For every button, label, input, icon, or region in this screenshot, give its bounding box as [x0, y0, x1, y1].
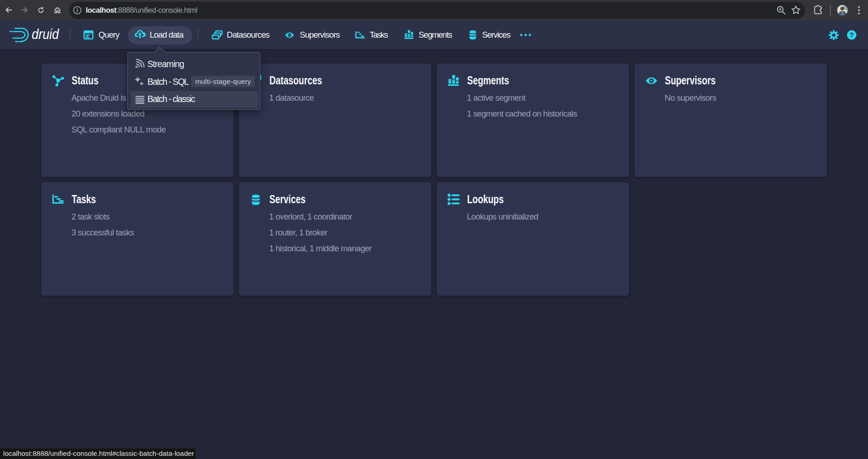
svg-text:?: ?: [849, 31, 853, 39]
